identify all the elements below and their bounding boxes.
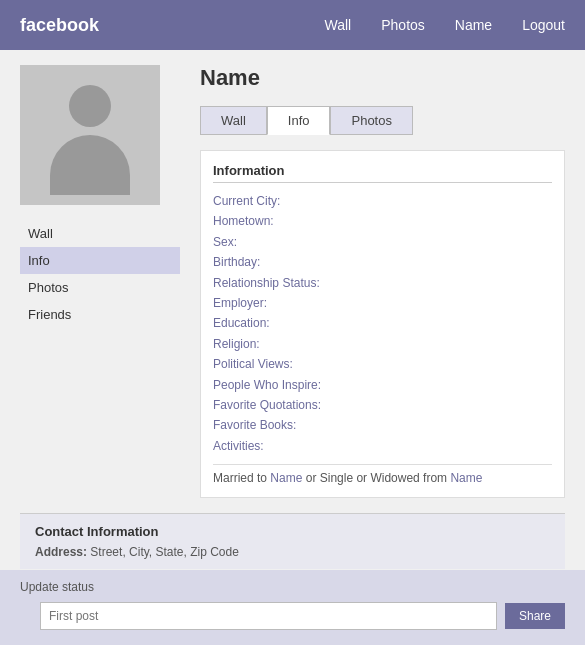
contact-title: Contact Information (35, 524, 550, 539)
contact-address: Address: Street, City, State, Zip Code (35, 545, 550, 559)
sidebar-item-photos[interactable]: Photos (20, 274, 180, 301)
nav-photos[interactable]: Photos (381, 17, 425, 33)
tab-info[interactable]: Info (267, 106, 331, 135)
contact-section: Contact Information Address: Street, Cit… (20, 513, 565, 569)
avatar-body (50, 135, 130, 195)
tab-wall[interactable]: Wall (200, 106, 267, 135)
avatar-person (50, 75, 130, 195)
status-section: Update status Share (0, 570, 585, 645)
sidebar-item-friends[interactable]: Friends (20, 301, 180, 328)
married-name-link[interactable]: Name (270, 471, 302, 485)
share-button[interactable]: Share (505, 603, 565, 629)
sidebar-nav: Wall Info Photos Friends (20, 220, 180, 328)
nav-links: Wall Photos Name Logout (325, 17, 565, 33)
profile-name: Name (200, 65, 565, 91)
left-sidebar: Wall Info Photos Friends (20, 65, 180, 498)
sidebar-item-wall[interactable]: Wall (20, 220, 180, 247)
widowed-name-link[interactable]: Name (450, 471, 482, 485)
status-title: Update status (20, 580, 565, 594)
info-title: Information (213, 163, 552, 183)
avatar-head (69, 85, 111, 127)
status-input[interactable] (40, 602, 497, 630)
field-religion: Religion: (213, 334, 552, 354)
tab-photos[interactable]: Photos (330, 106, 412, 135)
nav-logout[interactable]: Logout (522, 17, 565, 33)
status-input-row: Share (20, 602, 565, 630)
married-line: Married to Name or Single or Widowed fro… (213, 464, 552, 485)
avatar (20, 65, 160, 205)
address-label: Address: (35, 545, 87, 559)
field-books: Favorite Books: (213, 415, 552, 435)
nav-wall[interactable]: Wall (325, 17, 352, 33)
address-value: Street, City, State, Zip Code (90, 545, 239, 559)
main-area: Name Wall Info Photos Information Curren… (180, 65, 565, 498)
field-education: Education: (213, 313, 552, 333)
info-fields: Current City: Hometown: Sex: Birthday: R… (213, 191, 552, 456)
field-relationship: Relationship Status: (213, 273, 552, 293)
sidebar-item-info[interactable]: Info (20, 247, 180, 274)
field-sex: Sex: (213, 232, 552, 252)
field-birthday: Birthday: (213, 252, 552, 272)
field-hometown: Hometown: (213, 211, 552, 231)
field-quotations: Favorite Quotations: (213, 395, 552, 415)
profile-tabs: Wall Info Photos (200, 106, 565, 135)
field-current-city: Current City: (213, 191, 552, 211)
field-political: Political Views: (213, 354, 552, 374)
nav-name[interactable]: Name (455, 17, 492, 33)
brand-logo: facebook (20, 15, 99, 36)
top-nav: facebook Wall Photos Name Logout (0, 0, 585, 50)
info-box: Information Current City: Hometown: Sex:… (200, 150, 565, 498)
field-employer: Employer: (213, 293, 552, 313)
field-activities: Activities: (213, 436, 552, 456)
field-inspire: People Who Inspire: (213, 375, 552, 395)
